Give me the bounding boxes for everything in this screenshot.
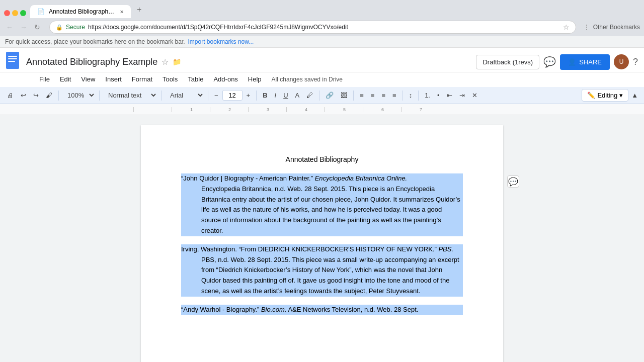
collapse-toolbar-button[interactable]: ▲ [629, 89, 640, 101]
menu-format[interactable]: Format [128, 73, 156, 85]
sep1 [58, 90, 59, 101]
italic-button[interactable]: I [272, 89, 280, 101]
ruler-mark-6: 6 [363, 107, 401, 112]
entry-2: Irving, Washington. “From DIEDRICH KNICK… [181, 244, 463, 297]
clear-format-button[interactable]: ✕ [469, 89, 480, 101]
entry-2-body[interactable]: PBS, n.d. Web. 28 Sept. 2015. This piece… [181, 255, 463, 297]
align-right-button[interactable]: ≡ [378, 89, 388, 101]
forward-button[interactable]: → [18, 22, 29, 32]
font-select[interactable]: Arial Times New Roman Courier New [165, 89, 205, 102]
browser-window-controls [4, 10, 26, 16]
highlight-color-button[interactable]: 🖊 [303, 89, 316, 101]
text-color-button[interactable]: A [292, 89, 303, 101]
insert-image-button[interactable]: 🖼 [338, 89, 350, 101]
active-tab[interactable]: 📄 Annotated Bibliography Exam... ✕ [30, 5, 131, 18]
reload-button[interactable]: ↻ [32, 22, 42, 32]
svg-rect-0 [6, 52, 19, 69]
docs-logo-icon [6, 52, 19, 72]
address-bar[interactable]: 🔒 Secure https://docs.google.com/documen… [49, 21, 576, 34]
draftback-button[interactable]: Draftback (1revs) [476, 55, 539, 69]
paint-format-button[interactable]: 🖌 [43, 89, 55, 101]
doc-title-area: Annotated Bibliography Example ☆ 📁 [26, 57, 471, 67]
font-size-decrease-button[interactable]: − [211, 89, 221, 101]
entry-3-italic: Bio.com. [261, 306, 287, 313]
numbered-list-button[interactable]: 1. [422, 89, 433, 101]
entry-2-citation[interactable]: Irving, Washington. “From DIEDRICH KNICK… [181, 244, 463, 255]
menu-tools[interactable]: Tools [158, 73, 182, 85]
ruler-mark-7: 7 [401, 107, 439, 112]
entry-1-citation[interactable]: “John Quidor | Biography - American Pain… [181, 173, 463, 184]
folder-icon[interactable]: 📁 [173, 58, 181, 66]
entry-1: “John Quidor | Biography - American Pain… [181, 173, 463, 236]
align-left-button[interactable]: ≡ [357, 89, 367, 101]
sep6 [319, 90, 319, 101]
help-icon[interactable]: ? [633, 57, 638, 67]
style-select[interactable]: Normal text Heading 1 Heading 2 [103, 89, 158, 102]
menu-file[interactable]: File [35, 73, 54, 85]
other-bookmarks: Other Bookmarks [593, 24, 640, 31]
star-icon[interactable]: ☆ [162, 57, 169, 67]
maximize-button[interactable] [20, 10, 26, 16]
print-button[interactable]: 🖨 [4, 89, 17, 101]
menu-edit[interactable]: Edit [56, 73, 75, 85]
ruler-mark-2: 2 [210, 107, 248, 112]
header-actions: Draftback (1revs) 💬 👤 SHARE U ? [476, 54, 638, 70]
browser-tab-bar: 📄 Annotated Bibliography Exam... ✕ + [0, 0, 644, 18]
entry-1-body[interactable]: Encyclopedia Britannica, n.d. Web. 28 Se… [181, 184, 463, 236]
star-icon[interactable]: ☆ [563, 23, 570, 31]
minimize-button[interactable] [12, 10, 18, 16]
underline-button[interactable]: U [280, 89, 291, 101]
entry-3-citation[interactable]: “Andy Warhol - Biography.” Bio.com. A&E … [181, 305, 463, 315]
secure-label: Secure [66, 24, 85, 31]
menu-view[interactable]: View [77, 73, 99, 85]
document-area: 💬 Annotated Bibliography “John Quidor | … [0, 115, 644, 362]
entry-2-italic: PBS. [438, 245, 453, 253]
url-text: https://docs.google.com/document/d/1SpQ4… [88, 24, 560, 31]
chevron-down-icon: ▾ [619, 92, 623, 99]
ruler-mark-3: 3 [248, 107, 286, 112]
bold-button[interactable]: B [260, 89, 270, 101]
new-tab-button[interactable]: + [133, 3, 145, 16]
app-header: Annotated Bibliography Example ☆ 📁 Draft… [0, 48, 644, 72]
sep4 [208, 90, 208, 101]
comment-float-icon[interactable]: 💬 [507, 175, 519, 188]
share-label: SHARE [579, 58, 602, 66]
font-size-input[interactable] [222, 90, 243, 101]
justify-button[interactable]: ≡ [389, 89, 399, 101]
align-center-button[interactable]: ≡ [368, 89, 378, 101]
menu-help[interactable]: Help [244, 73, 266, 85]
ext1[interactable]: ⋮ [583, 23, 590, 31]
bullet-list-button[interactable]: • [434, 89, 443, 101]
import-bookmarks-link[interactable]: Import bookmarks now... [188, 38, 254, 45]
pencil-icon: ✏️ [587, 92, 595, 99]
share-icon: 👤 [568, 58, 576, 66]
comment-icon[interactable]: 💬 [543, 56, 556, 68]
user-avatar[interactable]: U [614, 54, 629, 69]
decrease-indent-button[interactable]: ⇤ [444, 89, 455, 101]
font-size-increase-button[interactable]: + [244, 89, 254, 101]
sep5 [256, 90, 257, 101]
editing-mode-button[interactable]: ✏️ Editing ▾ [582, 89, 628, 102]
bookmark-bar-text: For quick access, place your bookmarks h… [5, 38, 185, 45]
zoom-select[interactable]: 100% 75% 125% [62, 89, 96, 102]
svg-rect-1 [8, 56, 17, 57]
close-button[interactable] [4, 10, 10, 16]
tab-close-icon[interactable]: ✕ [120, 9, 124, 15]
entry-1-citation-italic: Encyclopedia Britannica Online. [315, 174, 408, 182]
tab-title: Annotated Bibliography Exam... [49, 8, 116, 15]
link-button[interactable]: 🔗 [323, 89, 337, 101]
doc-title-text[interactable]: Annotated Bibliography Example [26, 57, 157, 67]
entry-3: “Andy Warhol - Biography.” Bio.com. A&E … [181, 305, 463, 315]
increase-indent-button[interactable]: ⇥ [456, 89, 468, 101]
doc-title-row: Annotated Bibliography Example ☆ 📁 [26, 57, 471, 67]
menu-addons[interactable]: Add-ons [209, 73, 242, 85]
share-button[interactable]: 👤 SHARE [560, 54, 610, 70]
document-page[interactable]: 💬 Annotated Bibliography “John Quidor | … [141, 125, 503, 362]
menu-bar: File Edit View Insert Format Tools Table… [0, 72, 644, 87]
back-button[interactable]: ← [4, 22, 15, 32]
line-spacing-button[interactable]: ↕ [406, 89, 416, 101]
redo-button[interactable]: ↪ [30, 89, 42, 101]
menu-table[interactable]: Table [184, 73, 207, 85]
undo-button[interactable]: ↩ [18, 89, 29, 101]
menu-insert[interactable]: Insert [101, 73, 126, 85]
